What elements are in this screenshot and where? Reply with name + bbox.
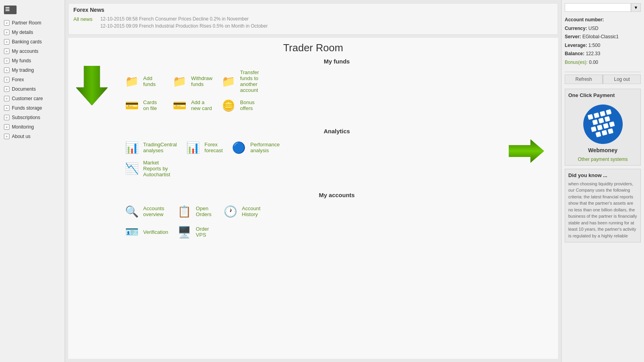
item-link[interactable]: Forex forecast xyxy=(205,142,223,153)
down-arrow-area xyxy=(76,58,123,254)
plus-icon: + xyxy=(4,20,9,26)
sidebar-item-my-details[interactable]: +My details xyxy=(0,28,65,37)
item-link[interactable]: Accounts overview xyxy=(143,205,168,217)
grid-item: 🔍 Accounts overview xyxy=(123,203,168,220)
item-icon: 🖥️ xyxy=(176,224,193,240)
grid-item: 📋 Open Orders xyxy=(176,203,215,220)
plus-icon: + xyxy=(4,49,9,54)
sidebar: +Partner Room+My details+Banking cards+M… xyxy=(0,0,65,362)
sidebar-label: Forex xyxy=(12,77,24,82)
news-items: 12-10-2015 08:58 French Consumer Prices … xyxy=(100,16,553,30)
sidebar-label: Monitoring xyxy=(12,124,34,130)
item-link[interactable]: Market Reports by Autochartist xyxy=(143,160,177,177)
sidebar-label: My trading xyxy=(12,67,34,73)
item-icon: 💳 xyxy=(123,97,140,114)
my-funds-section: My funds 📁 Add funds 📁 Withdraw funds 📁 … xyxy=(76,58,550,254)
sidebar-label: My details xyxy=(12,30,33,35)
item-link[interactable]: TradingCentral analyses xyxy=(143,142,177,153)
item-link[interactable]: Verification xyxy=(143,229,168,235)
action-buttons: Refresh Log out xyxy=(565,72,641,84)
plus-icon: + xyxy=(4,67,9,73)
refresh-button[interactable]: Refresh xyxy=(565,75,603,84)
svg-rect-11 xyxy=(597,125,603,131)
item-link[interactable]: Transfer funds to another account xyxy=(240,69,261,93)
item-icon: 🕐 xyxy=(222,203,239,220)
all-news-link[interactable]: All news xyxy=(73,16,92,30)
bonus-link[interactable]: Bonus(es): xyxy=(565,60,588,65)
webmoney-logo: Webmoney xyxy=(568,101,637,157)
item-icon: 🔵 xyxy=(231,139,247,156)
item-link[interactable]: Bonus offers xyxy=(240,99,261,111)
sidebar-item-partner-room[interactable]: +Partner Room xyxy=(0,18,65,28)
item-link[interactable]: Add funds xyxy=(143,75,164,87)
item-icon: 🪙 xyxy=(220,97,237,114)
account-dropdown-button[interactable]: ▼ xyxy=(631,3,641,12)
sidebar-item-my-accounts[interactable]: +My accounts xyxy=(0,47,65,56)
sidebar-item-monitoring[interactable]: +Monitoring xyxy=(0,122,65,132)
item-link[interactable]: Withdraw funds xyxy=(191,75,213,87)
leverage-row: Leverage: 1:500 xyxy=(565,41,641,50)
item-link[interactable]: Performance analysis xyxy=(250,142,280,153)
grid-item: 📁 Add funds xyxy=(123,69,164,93)
news-item: 12-10-2015 08:58 French Consumer Prices … xyxy=(100,16,553,22)
sidebar-item-banking-cards[interactable]: +Banking cards xyxy=(0,37,65,47)
sidebar-item-customer-care[interactable]: +Customer care xyxy=(0,94,65,103)
sidebar-item-funds-storage[interactable]: +Funds storage xyxy=(0,103,65,113)
sidebar-label: Customer care xyxy=(12,96,43,101)
trader-room-title: Trader Room xyxy=(76,42,550,54)
plus-icon: + xyxy=(4,58,9,63)
sidebar-label: About us xyxy=(12,134,30,139)
logout-button[interactable]: Log out xyxy=(603,75,641,84)
item-icon: 📋 xyxy=(176,203,193,220)
item-link[interactable]: Cards on file xyxy=(143,99,164,111)
account-number-row: Account number: xyxy=(565,16,641,24)
svg-rect-14 xyxy=(595,131,601,137)
sidebar-item-forex[interactable]: +Forex xyxy=(0,75,65,84)
item-icon: 📁 xyxy=(220,73,237,90)
svg-rect-10 xyxy=(591,126,597,132)
grid-item: 📁 Withdraw funds xyxy=(172,69,213,93)
grid-item: 🪪 Verification xyxy=(123,224,168,240)
grid-item: 📁 Transfer funds to another account xyxy=(220,69,261,93)
did-you-know-section: Did you know ... when choosing liquidity… xyxy=(565,169,641,243)
news-link[interactable]: 12-10-2015 09:09 French Industrial Produ… xyxy=(100,23,267,29)
sidebar-item-my-funds[interactable]: +My funds xyxy=(0,56,65,65)
sidebar-item-documents[interactable]: +Documents xyxy=(0,84,65,94)
my-funds-heading: My funds xyxy=(123,58,550,65)
sidebar-label: Partner Room xyxy=(12,20,41,26)
account-number-input[interactable] xyxy=(565,3,631,12)
right-arrow-icon xyxy=(509,139,544,163)
svg-rect-13 xyxy=(609,121,615,127)
grid-item: 🪙 Bonus offers xyxy=(220,97,261,114)
plus-icon: + xyxy=(4,86,9,92)
sidebar-label: Funds storage xyxy=(12,105,42,111)
plus-icon: + xyxy=(4,115,9,120)
item-link[interactable]: Open Orders xyxy=(196,205,215,217)
did-you-know-text: when choosing liquidity providers, our C… xyxy=(568,181,637,239)
svg-marker-2 xyxy=(509,139,544,163)
account-selector: ▼ xyxy=(565,3,641,12)
sidebar-label: Banking cards xyxy=(12,39,42,45)
news-link[interactable]: 12-10-2015 08:58 French Consumer Prices … xyxy=(100,16,248,22)
svg-rect-6 xyxy=(606,109,612,115)
item-link[interactable]: Account History xyxy=(242,205,260,217)
sidebar-item-subscriptions[interactable]: +Subscriptions xyxy=(0,113,65,122)
plus-icon: + xyxy=(4,77,9,82)
right-panel: ▼ Account number: Currency: USD Server: … xyxy=(561,0,644,362)
bonus-row: Bonus(es): 0.00 xyxy=(565,58,641,67)
sidebar-item-my-trading[interactable]: +My trading xyxy=(0,65,65,75)
analytics-grid: 📊 TradingCentral analyses 📊 Forex foreca… xyxy=(123,139,503,184)
svg-rect-7 xyxy=(592,119,598,125)
sidebar-item-about-us[interactable]: +About us xyxy=(0,132,65,141)
my-accounts-heading: My accounts xyxy=(123,192,550,198)
sidebar-label: Documents xyxy=(12,86,36,92)
item-icon: 📁 xyxy=(123,73,140,90)
sidebar-label: My accounts xyxy=(12,49,38,54)
item-link[interactable]: Order VPS xyxy=(196,226,215,238)
sidebar-label: My funds xyxy=(12,58,31,63)
item-link[interactable]: Add a new card xyxy=(191,99,213,111)
other-payment-link[interactable]: Other payment systems xyxy=(568,157,637,162)
sidebar-logo xyxy=(0,3,65,18)
grid-item: 💳 Add a new card xyxy=(172,97,213,114)
svg-marker-1 xyxy=(76,66,108,105)
